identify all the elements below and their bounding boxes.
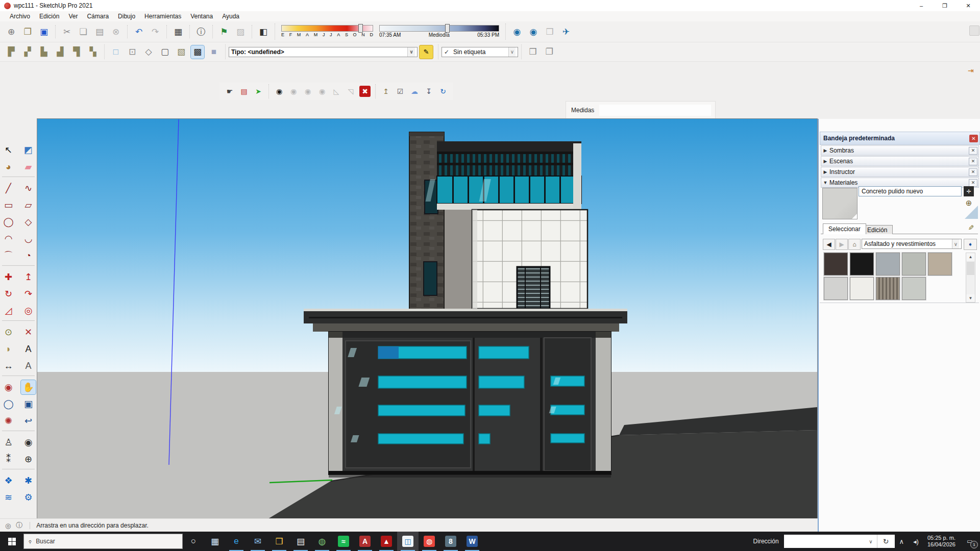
- wireframe-icon[interactable]: ◇: [142, 45, 155, 59]
- menu-ventana[interactable]: Ventana: [186, 13, 217, 20]
- protractor-icon[interactable]: ◗: [1, 342, 16, 356]
- material-swatch[interactable]: [902, 277, 926, 300]
- taskbar-search-box[interactable]: ⌕⁠ Buscar: [23, 534, 183, 549]
- components-disabled-icon[interactable]: ❒: [543, 25, 556, 38]
- display-secondary-pane-button[interactable]: ✛: [964, 186, 974, 196]
- back-edges-icon[interactable]: ⊡: [126, 45, 139, 59]
- validation-check-icon[interactable]: ☑: [395, 86, 406, 97]
- menu-archivo[interactable]: Archivo: [5, 13, 35, 20]
- sync-model-icon[interactable]: ↻: [437, 86, 449, 97]
- circle-icon[interactable]: ◯: [1, 215, 16, 229]
- classification-paint-icon[interactable]: ✎: [419, 45, 433, 59]
- trim-icon[interactable]: ▜: [70, 45, 83, 59]
- new-document-icon[interactable]: ⊕: [5, 25, 18, 38]
- section-close-icon[interactable]: ✕: [969, 168, 977, 176]
- section-plane-icon[interactable]: ⊕: [21, 452, 36, 466]
- material-swatch[interactable]: [850, 253, 874, 276]
- push-pull-icon[interactable]: ↥: [21, 270, 36, 284]
- pan-icon[interactable]: ✋: [21, 380, 36, 394]
- type-dropdown[interactable]: Tipo: <undefined>∨: [229, 47, 418, 57]
- camera-orbit-icon[interactable]: ◉: [288, 86, 299, 97]
- classifier-search-icon[interactable]: ◉: [510, 25, 524, 38]
- measurements-input[interactable]: [599, 105, 711, 116]
- material-preview[interactable]: [822, 188, 857, 219]
- three-point-arc-icon[interactable]: ⌒: [1, 248, 16, 263]
- toolbar-dock-arrow-icon[interactable]: ⇥: [968, 66, 977, 76]
- position-camera-icon[interactable]: ♙: [1, 435, 16, 449]
- volume-icon[interactable]: ◂): [909, 538, 923, 545]
- freehand-icon[interactable]: ∿: [21, 181, 36, 195]
- material-swatch[interactable]: [824, 277, 848, 300]
- material-swatch[interactable]: [824, 253, 848, 276]
- open-file-icon[interactable]: ❐: [21, 25, 34, 38]
- delete-icon[interactable]: ⊗: [109, 25, 122, 38]
- month-slider-handle[interactable]: [358, 24, 363, 33]
- viewport[interactable]: [37, 118, 818, 519]
- taskbar-app-store[interactable]: ▤: [290, 532, 311, 551]
- material-swatch[interactable]: [928, 253, 952, 276]
- cut-icon[interactable]: ✂: [60, 25, 74, 38]
- union-icon[interactable]: ▙: [37, 45, 51, 59]
- minimize-button[interactable]: –: [910, 0, 933, 11]
- upload-cloud-icon[interactable]: ☁: [409, 86, 420, 97]
- notification-center-button[interactable]: ▭ 1: [960, 532, 980, 551]
- make-component-icon[interactable]: ◩: [21, 143, 36, 157]
- info-icon[interactable]: ⓘ: [16, 521, 22, 530]
- rotate-icon[interactable]: ↻: [1, 287, 16, 301]
- close-button[interactable]: ✕: [957, 0, 980, 11]
- section-arrow-icon[interactable]: ▼: [821, 180, 829, 185]
- rectangle-icon[interactable]: ▭: [1, 198, 16, 212]
- rotated-rectangle-icon[interactable]: ▱: [21, 198, 36, 212]
- orbit-icon[interactable]: ◉: [1, 380, 16, 394]
- taskbar-app-lumion[interactable]: 8: [440, 532, 461, 551]
- material-category-dropdown[interactable]: Asfaltado y revestimientos∨: [862, 239, 962, 249]
- offset-icon[interactable]: ◎: [21, 304, 36, 318]
- toolbar-overflow-icon[interactable]: [969, 26, 979, 36]
- model-info-icon[interactable]: ⓘ: [194, 25, 208, 38]
- taskbar-app-task-view[interactable]: ▦: [204, 532, 226, 551]
- materials-home-button[interactable]: ⌂: [848, 239, 861, 250]
- taskbar-app-chrome-profile[interactable]: ◍: [311, 532, 333, 551]
- taskbar-app-cortana[interactable]: ○: [183, 532, 204, 551]
- 3d-warehouse-icon[interactable]: ❒: [526, 45, 540, 59]
- tray-section-escenas[interactable]: ▶Escenas✕: [821, 156, 979, 166]
- export-animation-icon[interactable]: ➤: [253, 86, 264, 97]
- start-button[interactable]: [0, 532, 23, 551]
- share-model-icon[interactable]: ❐: [543, 45, 556, 59]
- camera-dolly-icon[interactable]: ◉: [316, 86, 328, 97]
- stop-recording-icon[interactable]: ✖: [359, 86, 371, 97]
- text-icon[interactable]: A: [21, 342, 36, 356]
- dc-interact-icon[interactable]: ❖: [1, 473, 16, 488]
- zoom-previous-icon[interactable]: ↩: [21, 414, 36, 428]
- monochrome-icon[interactable]: ■: [207, 45, 220, 59]
- shaded-icon[interactable]: ▧: [175, 45, 188, 59]
- material-swatch[interactable]: [902, 253, 926, 276]
- maximize-button[interactable]: ❐: [933, 0, 957, 11]
- scroll-down-icon[interactable]: ▼: [966, 294, 975, 302]
- print-icon[interactable]: ▦: [172, 25, 185, 38]
- export-folder-icon[interactable]: ↥: [380, 86, 391, 97]
- set-default-material-button[interactable]: [965, 206, 978, 219]
- pie-icon[interactable]: ◔: [21, 248, 36, 263]
- menu-dibujo[interactable]: Dibujo: [113, 13, 140, 20]
- classifier-search-alt-icon[interactable]: ◉: [527, 25, 540, 38]
- xray-icon[interactable]: □: [109, 45, 122, 59]
- scroll-up-icon[interactable]: ▲: [966, 253, 975, 261]
- photo-textures-icon[interactable]: ▨: [234, 25, 247, 38]
- time-slider-handle[interactable]: [445, 24, 450, 33]
- shadow-month-slider[interactable]: EFMAMJJASOND: [281, 25, 373, 38]
- dimension-icon[interactable]: ↔: [1, 359, 16, 373]
- material-name-input[interactable]: Concreto pulido nuevo: [859, 186, 962, 196]
- shadow-time-slider[interactable]: 07:35 AM Mediodía 05:33 PM: [379, 25, 499, 38]
- download-model-icon[interactable]: ↧: [423, 86, 434, 97]
- taskbar-app-file-explorer[interactable]: ❒: [268, 532, 290, 551]
- redo-icon[interactable]: ↷: [149, 25, 162, 38]
- materials-scrollbar[interactable]: ▲ ▼: [966, 253, 975, 303]
- taskbar-app-word[interactable]: W: [461, 532, 483, 551]
- toggle-shadows-icon[interactable]: ◧: [257, 25, 270, 38]
- move-icon[interactable]: ✚: [1, 270, 16, 284]
- copy-icon[interactable]: ❏: [77, 25, 90, 38]
- walk-icon[interactable]: ⁑: [1, 452, 16, 466]
- taskbar-app-sketchup[interactable]: ◫: [397, 532, 419, 551]
- scroll-thumb[interactable]: [967, 262, 974, 275]
